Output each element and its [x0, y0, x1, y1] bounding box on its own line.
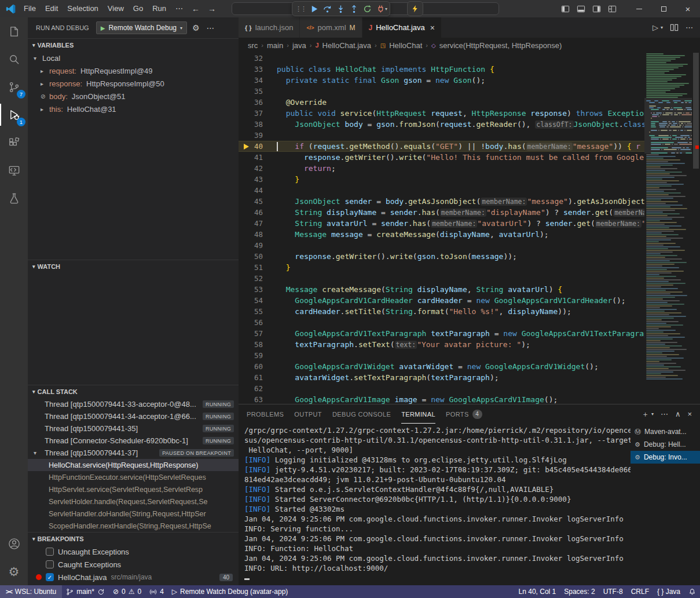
editor-gutter[interactable]: 46: [239, 207, 277, 218]
editor-gutter[interactable]: 33: [239, 64, 277, 75]
problems-status[interactable]: ⊘ 0 ⚠ 0: [109, 585, 145, 598]
settings-gear-icon[interactable]: ⚙: [0, 557, 28, 585]
code-line[interactable]: 55 cardHeader.setTitle(String.format("He…: [239, 306, 644, 317]
code-line[interactable]: 59: [239, 350, 644, 361]
menu-overflow[interactable]: ⋯: [171, 0, 188, 17]
editor-gutter[interactable]: 48: [239, 229, 277, 240]
tab-hellochat-java[interactable]: J HelloChat.java ×: [362, 17, 442, 38]
code-line[interactable]: 48 Message message = createMessage(displ…: [239, 229, 644, 240]
terminal-list-item[interactable]: ⚙Debug: Hell...: [631, 438, 700, 451]
menu-edit[interactable]: Edit: [41, 0, 63, 17]
editor-gutter[interactable]: 39: [239, 130, 277, 141]
breakpoint-row[interactable]: ✓HelloChat.javasrc/main/java40: [28, 571, 239, 584]
editor-gutter[interactable]: 41: [239, 152, 277, 163]
code-line[interactable]: 40 if (request.getMethod().equals("GET")…: [239, 141, 644, 152]
extensions-icon[interactable]: [0, 129, 28, 156]
editor-gutter[interactable]: 49: [239, 240, 277, 251]
more-actions-icon[interactable]: ⋯: [686, 23, 693, 32]
editor-gutter[interactable]: 58: [239, 339, 277, 350]
step-into-button[interactable]: [334, 2, 347, 15]
breakpoint-row[interactable]: Uncaught Exceptions: [28, 545, 239, 558]
editor-gutter[interactable]: 50: [239, 251, 277, 262]
stack-frame[interactable]: ServletHandler.doHandle(String,Request,H…: [28, 508, 239, 520]
variable-row[interactable]: ▸request:HttpRequestImpl@49: [28, 64, 239, 77]
code-line[interactable]: 38 JsonObject body = gson.fromJson(reque…: [239, 119, 644, 130]
forwarded-ports-status[interactable]: 4: [145, 585, 168, 598]
call-stack-thread[interactable]: Thread [qtp1500079441-34-acceptor-1@66..…: [28, 410, 239, 422]
restart-button[interactable]: [361, 2, 374, 15]
menu-run[interactable]: Run: [148, 0, 171, 17]
tab-ports[interactable]: PORTS 4: [446, 404, 482, 424]
tab-pom-xml[interactable]: </> pom.xml M: [300, 17, 362, 38]
customize-layout-icon[interactable]: [608, 5, 617, 13]
variable-row[interactable]: ▸this:HelloChat@31: [28, 103, 239, 115]
step-out-button[interactable]: [347, 2, 361, 15]
editor-scrollbar[interactable]: [692, 53, 700, 404]
editor-gutter[interactable]: 32: [239, 53, 277, 64]
toggle-sidebar-icon[interactable]: [561, 5, 570, 13]
variable-row[interactable]: ⊘body:JsonObject@51: [28, 90, 239, 103]
breadcrumb-main[interactable]: main: [267, 41, 283, 50]
code-line[interactable]: 53 Message createMessage(String displayN…: [239, 284, 644, 295]
editor-gutter[interactable]: 36: [239, 97, 277, 108]
editor-gutter[interactable]: 60: [239, 361, 277, 372]
code-line[interactable]: 32: [239, 53, 644, 64]
menu-go[interactable]: Go: [129, 0, 148, 17]
editor-gutter[interactable]: 42: [239, 163, 277, 174]
variables-scope-local[interactable]: ▾Local: [28, 52, 239, 64]
stack-frame[interactable]: HttpServlet.service(ServletRequest,Servl…: [28, 483, 239, 495]
code-line[interactable]: 39: [239, 130, 644, 141]
editor-gutter[interactable]: 38: [239, 119, 277, 130]
code-line[interactable]: 58 textParagraph.setText(text:"Your avat…: [239, 339, 644, 350]
code-line[interactable]: 62: [239, 383, 644, 394]
variable-row[interactable]: ▸response:HttpResponseImpl@50: [28, 77, 239, 90]
editor-gutter[interactable]: 53: [239, 284, 277, 295]
breadcrumb-class[interactable]: HelloChat: [389, 41, 422, 50]
editor-gutter[interactable]: 54: [239, 295, 277, 306]
code-line[interactable]: 49: [239, 240, 644, 251]
call-stack-thread[interactable]: Thread [Connector-Scheduler-6920b0bc-1]R…: [28, 435, 239, 447]
more-actions-icon[interactable]: ⋯: [205, 23, 217, 32]
remote-indicator[interactable]: >< WSL: Ubuntu: [0, 585, 62, 598]
editor-gutter[interactable]: 56: [239, 317, 277, 328]
editor-gutter[interactable]: 57: [239, 328, 277, 339]
editor-gutter[interactable]: 55: [239, 306, 277, 317]
language-mode-status[interactable]: { } Java: [653, 585, 684, 598]
menu-view[interactable]: View: [103, 0, 129, 17]
code-line[interactable]: 34 private static final Gson gson = new …: [239, 75, 644, 86]
editor-gutter[interactable]: 44: [239, 185, 277, 196]
breakpoint-checkbox[interactable]: ✓: [46, 573, 54, 581]
continue-button[interactable]: [307, 2, 321, 15]
code-line[interactable]: 37 public void service(HttpRequest reque…: [239, 108, 644, 119]
history-forward-icon[interactable]: →: [204, 4, 220, 13]
hot-code-replace-button[interactable]: [407, 1, 423, 16]
terminal-list-item[interactable]: ⚙Debug: Invo...: [631, 451, 700, 464]
editor-gutter[interactable]: 51: [239, 262, 277, 273]
launch-config-dropdown[interactable]: ▶ Remote Watch Debug ▾: [96, 21, 187, 34]
code-line[interactable]: 54 GoogleAppsCardV1CardHeader cardHeader…: [239, 295, 644, 306]
history-back-icon[interactable]: ←: [188, 4, 204, 13]
tab-terminal[interactable]: TERMINAL: [401, 404, 435, 424]
editor-gutter[interactable]: 35: [239, 86, 277, 97]
step-over-button[interactable]: [321, 2, 334, 15]
close-tab-icon[interactable]: ×: [430, 23, 435, 32]
menu-selection[interactable]: Selection: [63, 0, 102, 17]
scrollbar-thumb[interactable]: [693, 53, 699, 169]
remote-explorer-icon[interactable]: [0, 156, 28, 184]
editor-gutter[interactable]: 52: [239, 273, 277, 284]
accounts-icon[interactable]: [0, 530, 28, 557]
call-stack-section-header[interactable]: ▾ CALL STACK: [28, 385, 239, 398]
close-window-button[interactable]: ×: [676, 0, 700, 17]
run-dropdown-icon[interactable]: ▾: [661, 25, 663, 30]
call-stack-thread[interactable]: ▾Thread [qtp1500079441-37]PAUSED ON BREA…: [28, 447, 239, 459]
minimap-slider[interactable]: [644, 98, 692, 154]
explorer-icon[interactable]: [0, 17, 28, 45]
toggle-panel-icon[interactable]: [577, 5, 585, 13]
breakpoint-row[interactable]: Caught Exceptions: [28, 558, 239, 571]
run-and-debug-icon[interactable]: 1: [0, 101, 28, 129]
terminal-profile-dropdown-icon[interactable]: ▾: [651, 411, 654, 417]
new-terminal-icon[interactable]: ＋: [642, 409, 649, 420]
maximize-panel-icon[interactable]: ∧: [675, 410, 681, 418]
code-line[interactable]: 52: [239, 273, 644, 284]
stack-frame[interactable]: HttpFunctionExecutor.service(HttpServlet…: [28, 471, 239, 483]
